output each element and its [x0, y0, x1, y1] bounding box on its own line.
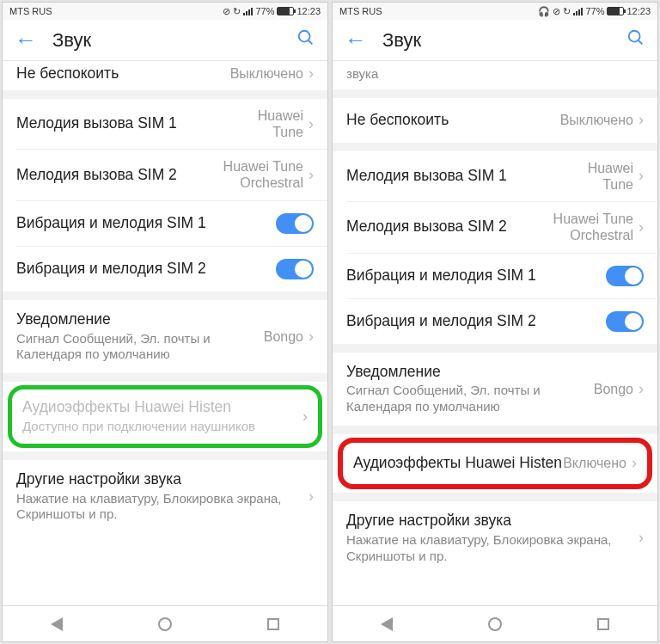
notification-icon: ↻ [233, 6, 241, 17]
chevron-right-icon: › [309, 64, 314, 83]
divider [3, 373, 327, 382]
headphones-icon: 🎧 [538, 6, 550, 17]
partial-row: звука [333, 61, 657, 89]
signal-icon [573, 8, 583, 15]
divider [333, 143, 657, 151]
ringtone-sim1-value: Huawei Tune [226, 107, 303, 140]
divider [333, 344, 657, 353]
other-sounds-sub: Нажатие на клавиатуру, Блокировка экрана… [16, 491, 307, 524]
chevron-right-icon: › [309, 328, 314, 346]
notification-row[interactable]: Уведомление Сигнал Сообщений, Эл. почты … [333, 353, 657, 426]
histen-row-disabled: Аудиоэффекты Huawei Histen Доступно при … [12, 389, 318, 444]
divider [333, 426, 657, 434]
notification-value: Bongo [594, 381, 633, 397]
search-icon[interactable] [626, 28, 645, 52]
vibrate-sim2-row[interactable]: Вибрация и мелодия SIM 2 [3, 247, 327, 291]
nav-bar [3, 605, 327, 641]
nav-recent-icon[interactable] [267, 618, 279, 630]
vibrate-sim1-row[interactable]: Вибрация и мелодия SIM 1 [333, 254, 657, 298]
ringtone-sim2-row[interactable]: Мелодия вызова SIM 2 Huawei Tune Orchest… [333, 202, 657, 252]
histen-value: Включено [563, 455, 626, 471]
battery-icon [607, 7, 624, 15]
ringtone-sim2-row[interactable]: Мелодия вызова SIM 2 Huawei Tune Orchest… [3, 150, 327, 199]
nav-home-icon[interactable] [488, 617, 502, 631]
vibrate-sim1-toggle[interactable] [606, 266, 644, 286]
vibrate-sim2-title: Вибрация и мелодия SIM 2 [16, 260, 276, 279]
ringtone-sim2-value: Huawei Tune Orchestral [217, 158, 303, 191]
chevron-right-icon: › [302, 408, 308, 426]
chevron-right-icon: › [309, 166, 314, 184]
svg-line-3 [639, 40, 643, 44]
dnd-value: Выключено [230, 65, 303, 82]
app-header: ← Звук [333, 20, 657, 61]
svg-line-1 [309, 40, 313, 44]
divider [3, 291, 327, 300]
partial-text: звука [346, 66, 378, 83]
status-bar: MTS RUS 🎧 ⊘ ↻ 77% 12:23 [333, 3, 657, 20]
app-header: ← Звук [3, 20, 327, 61]
notification-title: Уведомление [16, 310, 264, 329]
other-sounds-sub: Нажатие на клавиатуру, Блокировка экрана… [346, 532, 637, 565]
chevron-right-icon: › [639, 167, 644, 185]
battery-label: 77% [585, 6, 604, 16]
status-bar: MTS RUS ⊘ ↻ 77% 12:23 [3, 3, 327, 20]
page-title: Звук [382, 29, 626, 52]
notification-sub: Сигнал Сообщений, Эл. почты и Календаря … [346, 383, 594, 415]
time-label: 12:23 [296, 6, 321, 16]
back-icon[interactable]: ← [15, 27, 37, 53]
nav-back-icon[interactable] [381, 617, 393, 631]
page-title: Звук [52, 29, 296, 52]
svg-point-0 [299, 30, 310, 41]
ringtone-sim2-value: Huawei Tune Orchestral [547, 211, 633, 243]
search-icon[interactable] [296, 28, 315, 52]
vibrate-sim1-title: Вибрация и мелодия SIM 1 [346, 267, 606, 285]
battery-icon [277, 7, 294, 15]
ringtone-sim2-title: Мелодия вызова SIM 2 [16, 166, 217, 185]
dnd-title: Не беспокоить [16, 64, 230, 83]
notification-value: Bongo [264, 328, 303, 345]
divider [333, 89, 657, 98]
carrier-label: MTS RUS [339, 6, 382, 16]
other-sounds-row[interactable]: Другие настройки звука Нажатие на клавиа… [3, 460, 327, 531]
other-sounds-title: Другие настройки звука [346, 512, 637, 531]
ringtone-sim1-value: Huawei Tune [556, 160, 633, 193]
nav-bar [333, 605, 657, 641]
vibrate-sim2-row[interactable]: Вибрация и мелодия SIM 2 [333, 299, 657, 344]
histen-row[interactable]: Аудиоэффекты Huawei Histen Включено › [343, 443, 647, 484]
ringtone-sim1-row[interactable]: Мелодия вызова SIM 1 Huawei Tune › [333, 151, 657, 201]
vibrate-sim2-toggle[interactable] [606, 311, 644, 332]
carrier-label: MTS RUS [9, 6, 52, 16]
nav-home-icon[interactable] [158, 617, 172, 631]
histen-title: Аудиоэффекты Huawei Histen [22, 398, 301, 417]
vibrate-sim2-toggle[interactable] [276, 259, 314, 279]
phone-right: MTS RUS 🎧 ⊘ ↻ 77% 12:23 ← Звук звука Не … [332, 2, 658, 642]
divider [333, 493, 657, 501]
time-label: 12:23 [626, 6, 651, 16]
nav-back-icon[interactable] [51, 617, 63, 631]
ringtone-sim1-row[interactable]: Мелодия вызова SIM 1 Huawei Tune › [3, 99, 327, 149]
dnd-title: Не беспокоить [346, 111, 560, 130]
vibrate-sim1-toggle[interactable] [276, 213, 314, 234]
ringtone-sim1-title: Мелодия вызова SIM 1 [16, 114, 226, 133]
chevron-right-icon: › [639, 111, 644, 129]
other-sounds-row[interactable]: Другие настройки звука Нажатие на клавиа… [333, 501, 657, 573]
chevron-right-icon: › [309, 115, 314, 133]
histen-sub: Доступно при подключении наушников [22, 419, 301, 435]
back-icon[interactable]: ← [345, 27, 367, 53]
vibrate-sim1-row[interactable]: Вибрация и мелодия SIM 1 [3, 201, 327, 246]
divider [3, 90, 327, 99]
dnd-row[interactable]: Не беспокоить Выключено › [333, 98, 657, 143]
divider [3, 451, 327, 460]
signal-icon [243, 8, 253, 15]
notification-icon: ↻ [563, 6, 571, 17]
dnd-row[interactable]: Не беспокоить Выключено › [3, 61, 327, 90]
notification-row[interactable]: Уведомление Сигнал Сообщений, Эл. почты … [3, 300, 327, 373]
chevron-right-icon: › [639, 218, 644, 236]
chevron-right-icon: › [639, 529, 644, 547]
svg-point-2 [629, 30, 640, 41]
nav-recent-icon[interactable] [597, 618, 609, 630]
ringtone-sim1-title: Мелодия вызова SIM 1 [346, 167, 556, 186]
notification-title: Уведомление [346, 363, 594, 382]
vibrate-sim2-title: Вибрация и мелодия SIM 2 [346, 312, 606, 331]
vibrate-sim1-title: Вибрация и мелодия SIM 1 [16, 214, 276, 233]
